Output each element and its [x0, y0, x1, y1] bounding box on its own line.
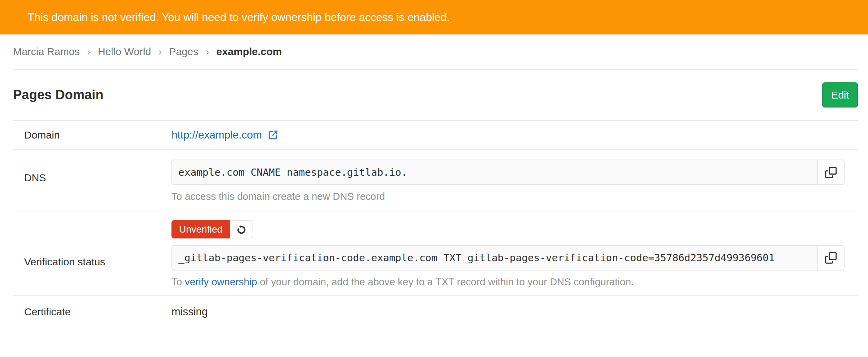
dns-record-input[interactable] — [172, 160, 817, 184]
table-row-verification: Verification status Unverified — [13, 212, 858, 296]
page-title: Pages Domain — [13, 88, 103, 102]
verify-ownership-link[interactable]: verify ownership — [185, 276, 257, 287]
copy-verification-record-button[interactable] — [817, 246, 844, 270]
domain-link[interactable]: http://example.com — [171, 129, 278, 141]
certificate-value: missing — [171, 306, 208, 318]
page-container: Marcia Ramos › Hello World › Pages › exa… — [13, 34, 858, 328]
verification-help-text: To verify ownership of your domain, add … — [171, 276, 858, 288]
verification-label: Verification status — [13, 212, 171, 295]
table-row-dns: DNS To access this domain create a new D… — [13, 150, 858, 212]
chevron-right-icon: › — [87, 46, 90, 58]
breadcrumb-user[interactable]: Marcia Ramos — [13, 46, 80, 58]
dns-record-group — [171, 160, 845, 185]
breadcrumb: Marcia Ramos › Hello World › Pages › exa… — [13, 34, 858, 70]
external-link-icon — [267, 130, 278, 141]
breadcrumb-current: example.com — [216, 46, 282, 58]
verification-help-before: To — [171, 276, 185, 287]
verification-record-group — [171, 245, 845, 271]
domain-label: Domain — [13, 129, 171, 141]
banner-message: This domain is not verified. You will ne… — [28, 11, 450, 24]
edit-button[interactable]: Edit — [822, 82, 858, 108]
copy-icon — [825, 167, 837, 178]
dns-help-text: To access this domain create a new DNS r… — [171, 191, 858, 202]
copy-dns-record-button[interactable] — [817, 160, 844, 184]
chevron-right-icon: › — [158, 46, 162, 58]
retry-icon — [236, 224, 247, 235]
chevron-right-icon: › — [206, 46, 209, 58]
verification-status-group: Unverified — [171, 220, 858, 238]
breadcrumb-project[interactable]: Hello World — [98, 46, 151, 58]
verification-help-after: of your domain, add the above key to a T… — [257, 276, 634, 287]
copy-icon — [825, 252, 837, 264]
retry-verification-button[interactable] — [230, 220, 253, 238]
certificate-label: Certificate — [13, 306, 171, 318]
table-row-certificate: Certificate missing — [13, 296, 858, 328]
dns-label: DNS — [13, 150, 171, 212]
domain-link-text: http://example.com — [171, 129, 262, 141]
table-row-domain: Domain http://example.com — [13, 121, 858, 150]
status-badge: Unverified — [171, 220, 230, 238]
verification-record-input[interactable] — [172, 246, 817, 270]
page-header: Pages Domain Edit — [13, 70, 858, 121]
domain-details-table: Domain http://example.com DNS — [13, 121, 858, 328]
domain-unverified-banner: This domain is not verified. You will ne… — [0, 0, 868, 34]
breadcrumb-pages[interactable]: Pages — [169, 46, 198, 58]
